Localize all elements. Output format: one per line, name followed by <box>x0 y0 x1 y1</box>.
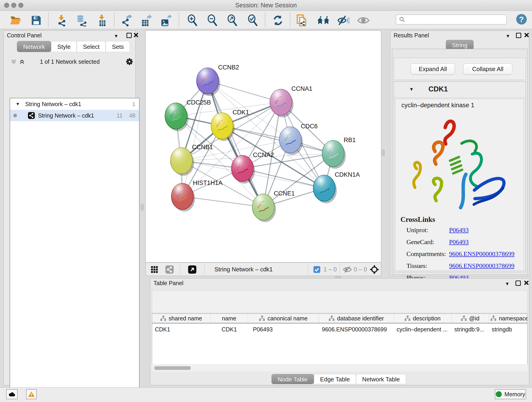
network-edge[interactable] <box>182 81 208 196</box>
tab-edge-table[interactable]: Edge Table <box>314 374 356 384</box>
table-horizontal-scrollbar[interactable] <box>152 364 527 371</box>
warning-status-button[interactable] <box>26 389 37 399</box>
tab-string[interactable]: String <box>446 40 474 50</box>
panel-menu-icon[interactable]: ▼ <box>505 281 510 287</box>
panel-menu-icon[interactable]: ▼ <box>506 33 510 39</box>
network-edge[interactable] <box>208 81 263 207</box>
network-node[interactable]: RB1 <box>322 137 356 169</box>
column-label: @id <box>469 315 480 322</box>
column-header-database-identifier[interactable]: database identifier <box>319 314 394 323</box>
grid-view-icon[interactable] <box>151 266 158 273</box>
panel-close-icon[interactable] <box>133 32 138 38</box>
column-header-namespace[interactable]: namespace <box>489 314 527 323</box>
panel-close-icon[interactable] <box>524 280 529 285</box>
cloud-status-button[interactable] <box>6 389 18 399</box>
network-node[interactable]: CCNE1 <box>252 190 295 222</box>
eye-icon[interactable] <box>357 14 370 27</box>
column-header-id[interactable]: @id <box>452 314 489 323</box>
control-panel: Control Panel ▼ NetworkStyleSelectSets 1… <box>3 31 136 385</box>
cell-canonical-name[interactable]: P06493 <box>248 326 319 333</box>
network-node[interactable]: CCNB2 <box>196 64 239 96</box>
import-network-file-icon[interactable] <box>56 14 69 27</box>
zoom-out-icon[interactable] <box>206 14 219 27</box>
panel-float-icon[interactable] <box>516 33 521 38</box>
crosslink-link[interactable]: P06493 <box>449 226 469 234</box>
help-icon[interactable]: ? <box>516 14 527 25</box>
zoom-in-icon[interactable] <box>186 14 199 27</box>
selected-checkbox-icon[interactable] <box>313 266 320 273</box>
toolbar-separator <box>265 13 265 27</box>
network-node[interactable]: CCNB1 <box>171 144 213 176</box>
cell-database-identifier[interactable]: 9606.ENSP00000378699 <box>319 326 394 333</box>
cdk1-card-header[interactable]: ▼ CDK1 <box>394 82 526 98</box>
panel-float-icon[interactable] <box>515 281 521 286</box>
network-collection-row[interactable]: ▼ String Network – cdk1 1 <box>10 98 139 110</box>
table-row[interactable]: CDK1 CDK1 P06493 9606.ENSP00000378699 cy… <box>152 323 527 335</box>
search-input[interactable] <box>405 16 498 23</box>
export-image-icon[interactable] <box>159 14 172 27</box>
collapse-all-button[interactable]: Collapse All <box>463 64 512 75</box>
network-node[interactable]: CDKN1A <box>313 171 360 203</box>
tab-style[interactable]: Style <box>51 41 77 52</box>
control-panel-title: Control Panel <box>7 32 41 39</box>
node-label: RB1 <box>344 137 356 143</box>
vertical-divider-handle[interactable] <box>382 149 385 156</box>
search-field[interactable] <box>396 14 507 25</box>
column-header-name[interactable]: name <box>210 314 248 323</box>
cell-name[interactable]: CDK1 <box>210 326 248 333</box>
cell-id[interactable]: stringdb:9... <box>452 326 489 333</box>
crosslink-link[interactable]: P06493 <box>449 238 469 246</box>
network-node[interactable]: CDK1 <box>211 109 249 141</box>
network-canvas[interactable]: CCNB2CCNA1CDC25BCDK1CDC6RB1CCNB1CCNA2CDK… <box>146 31 381 262</box>
import-network-database-icon[interactable] <box>75 14 88 27</box>
column-header-canonical-name[interactable]: canonical name <box>248 314 319 323</box>
gear-icon[interactable] <box>126 58 133 65</box>
cell-namespace[interactable]: stringdb <box>489 326 527 333</box>
memory-status-dot <box>496 391 502 397</box>
save-session-icon[interactable] <box>30 14 43 27</box>
export-table-icon[interactable] <box>139 14 152 27</box>
copy-document-icon[interactable] <box>296 14 309 27</box>
panel-menu-icon[interactable]: ▼ <box>114 33 119 39</box>
tab-network-table[interactable]: Network Table <box>356 374 406 384</box>
scrollbar-thumb[interactable] <box>154 366 191 370</box>
caret-down-icon[interactable]: ▼ <box>16 98 20 110</box>
network-node[interactable]: CDC6 <box>279 123 318 155</box>
memory-button[interactable]: Memory <box>495 389 526 399</box>
network-edge[interactable] <box>222 126 333 153</box>
tab-sets[interactable]: Sets <box>106 41 130 52</box>
cell-shared-name[interactable]: CDK1 <box>152 326 210 333</box>
import-table-file-icon[interactable] <box>96 14 109 27</box>
network-type-icon[interactable] <box>165 265 174 274</box>
crosslink-link[interactable]: 9606.ENSP00000378699 <box>449 250 514 258</box>
network-node[interactable]: HIST1H1A <box>171 179 222 211</box>
refresh-icon[interactable] <box>272 14 284 27</box>
export-network-icon[interactable] <box>120 14 133 27</box>
open-session-icon[interactable] <box>9 14 22 27</box>
column-header-description[interactable]: description <box>394 314 452 323</box>
column-label: shared name <box>169 315 202 322</box>
tab-network[interactable]: Network <box>17 41 51 52</box>
cell-description[interactable]: cyclin–dependent ... <box>394 326 452 333</box>
hide-unhide-icon[interactable] <box>337 14 350 27</box>
panel-float-icon[interactable] <box>127 33 132 38</box>
bird-eye-view-icon[interactable] <box>370 265 379 274</box>
network-graph[interactable]: CCNB2CCNA1CDC25BCDK1CDC6RB1CCNB1CCNA2CDK… <box>146 31 381 262</box>
expand-all-button[interactable]: Expand All <box>411 64 455 75</box>
column-header-shared-name[interactable]: shared name <box>152 314 210 323</box>
node-label: CCNB2 <box>218 64 239 71</box>
zoom-selected-icon[interactable] <box>246 14 259 27</box>
vertical-divider-handle[interactable] <box>141 204 144 211</box>
network-node[interactable]: CDC25B <box>165 99 211 131</box>
open-in-window-icon[interactable] <box>188 265 196 274</box>
tab-select[interactable]: Select <box>77 41 106 52</box>
crosslink-link[interactable]: 9606.ENSP00000378699 <box>449 262 514 269</box>
panel-close-icon[interactable] <box>524 32 529 38</box>
hidden-eye-icon[interactable] <box>343 266 352 274</box>
selected-count: 1 – 0 <box>323 263 337 276</box>
caret-down-icon[interactable]: ▼ <box>409 87 414 92</box>
string-home-icon[interactable] <box>317 14 330 27</box>
network-row-selected[interactable]: String Network – cdk1 11 48 <box>10 110 139 121</box>
zoom-fit-icon[interactable] <box>226 14 239 27</box>
tab-node-table[interactable]: Node Table <box>272 374 314 384</box>
